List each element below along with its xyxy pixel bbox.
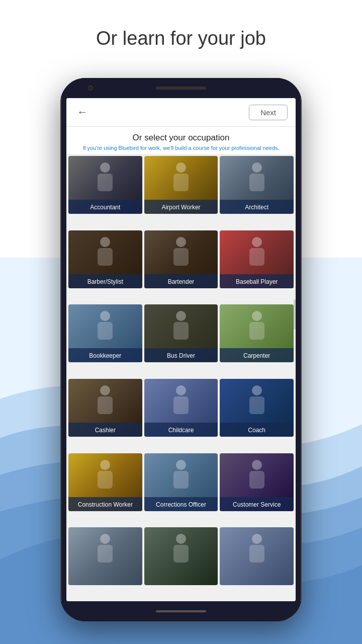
svg-point-17 <box>252 311 262 321</box>
svg-point-3 <box>176 163 186 173</box>
coach-figure <box>242 381 272 417</box>
svg-rect-24 <box>249 396 264 414</box>
svg-rect-16 <box>173 322 189 340</box>
occupation-label-architect: Architect <box>245 204 268 211</box>
phone-screen: ← Next Or select your occupation If you'… <box>66 98 296 601</box>
occupation-card-more3[interactable] <box>220 527 294 585</box>
occupation-label-childcare: Childcare <box>168 427 194 434</box>
phone-speaker <box>156 87 206 90</box>
construction-worker-figure <box>90 456 120 491</box>
svg-point-15 <box>176 311 186 321</box>
occupations-grid: AccountantAirport WorkerArchitectBarber/… <box>66 154 296 601</box>
back-button[interactable]: ← <box>74 104 90 120</box>
svg-rect-8 <box>98 248 113 266</box>
more3-figure <box>242 530 272 565</box>
architect-figure <box>242 158 272 194</box>
phone-mockup: ← Next Or select your occupation If you'… <box>60 78 302 621</box>
svg-point-35 <box>252 534 262 544</box>
svg-point-9 <box>176 237 186 247</box>
svg-rect-18 <box>249 322 264 340</box>
bookkeeper-figure <box>90 307 120 342</box>
occupation-card-cashier[interactable]: Cashier <box>68 379 142 437</box>
svg-point-19 <box>100 385 110 395</box>
svg-rect-12 <box>249 248 264 266</box>
svg-point-33 <box>176 534 186 544</box>
occupation-card-more2[interactable] <box>144 527 218 585</box>
occupation-label-bartender: Bartender <box>168 278 195 285</box>
occupation-card-accountant[interactable]: Accountant <box>68 156 142 214</box>
svg-point-31 <box>100 534 110 544</box>
customer-service-figure <box>242 456 272 491</box>
svg-point-27 <box>176 460 186 470</box>
barber-stylist-figure <box>90 233 120 268</box>
occupation-card-coach[interactable]: Coach <box>220 379 294 437</box>
svg-point-29 <box>252 460 262 470</box>
baseball-player-figure <box>242 233 272 268</box>
svg-rect-30 <box>249 471 264 489</box>
svg-rect-36 <box>249 545 264 562</box>
childcare-figure <box>166 381 196 417</box>
corrections-officer-figure <box>166 456 196 491</box>
scrollbar <box>294 299 296 330</box>
bartender-figure <box>166 233 196 268</box>
svg-rect-28 <box>173 471 189 489</box>
occupation-card-more1[interactable] <box>68 527 142 585</box>
occupation-card-bus-driver[interactable]: Bus Driver <box>144 304 218 362</box>
occupation-card-bartender[interactable]: Bartender <box>144 230 218 288</box>
occupation-label-accountant: Accountant <box>90 204 120 211</box>
svg-rect-10 <box>173 248 189 266</box>
occupation-card-corrections-officer[interactable]: Corrections Officer <box>144 453 218 511</box>
svg-point-5 <box>252 163 262 173</box>
svg-rect-32 <box>98 545 113 562</box>
occupation-label-baseball-player: Baseball Player <box>236 278 278 285</box>
carpenter-figure <box>242 307 272 342</box>
occupation-card-construction-worker[interactable]: Construction Worker <box>68 453 142 511</box>
occupation-card-architect[interactable]: Architect <box>220 156 294 214</box>
occupation-card-airport-worker[interactable]: Airport Worker <box>144 156 218 214</box>
next-button[interactable]: Next <box>249 105 288 120</box>
occupation-label-corrections-officer: Corrections Officer <box>156 501 206 508</box>
svg-point-25 <box>100 460 110 470</box>
occupation-card-customer-service[interactable]: Customer Service <box>220 453 294 511</box>
occupation-label-bookkeeper: Bookkeeper <box>89 352 121 359</box>
occupation-label-coach: Coach <box>248 427 265 434</box>
svg-point-1 <box>100 163 110 173</box>
svg-point-7 <box>100 237 110 247</box>
home-indicator <box>156 610 206 612</box>
svg-point-21 <box>176 385 186 395</box>
occupation-card-childcare[interactable]: Childcare <box>144 379 218 437</box>
svg-rect-2 <box>98 174 113 191</box>
phone-camera <box>88 86 93 91</box>
occupation-label-barber-stylist: Barber/Stylist <box>87 278 123 285</box>
occupation-card-barber-stylist[interactable]: Barber/Stylist <box>68 230 142 288</box>
occupation-label-construction-worker: Construction Worker <box>78 501 133 508</box>
more1-figure <box>90 530 120 565</box>
svg-rect-4 <box>173 174 189 191</box>
svg-rect-22 <box>173 396 189 414</box>
bus-driver-figure <box>166 307 196 342</box>
svg-point-23 <box>252 385 262 395</box>
more2-figure <box>166 530 196 565</box>
cashier-figure <box>90 381 120 417</box>
occupation-label-airport-worker: Airport Worker <box>161 204 200 211</box>
svg-rect-26 <box>98 471 113 489</box>
page-title: Or learn for your job <box>0 0 362 64</box>
occupation-label-bus-driver: Bus Driver <box>167 352 195 359</box>
occupation-card-carpenter[interactable]: Carpenter <box>220 304 294 362</box>
screen-subtitle-area: Or select your occupation If you're usin… <box>66 127 296 154</box>
occupation-label-cashier: Cashier <box>95 427 116 434</box>
occupation-card-baseball-player[interactable]: Baseball Player <box>220 230 294 288</box>
svg-point-13 <box>100 311 110 321</box>
airport-worker-figure <box>166 158 196 194</box>
svg-point-11 <box>252 237 262 247</box>
occupation-description: If you're using Bluebird for work, we'll… <box>74 145 288 151</box>
accountant-figure <box>90 158 120 194</box>
svg-rect-20 <box>98 396 113 414</box>
back-arrow-icon: ← <box>77 106 88 119</box>
occupation-card-bookkeeper[interactable]: Bookkeeper <box>68 304 142 362</box>
svg-rect-34 <box>173 545 189 562</box>
occupation-title: Or select your occupation <box>74 133 288 143</box>
occupation-label-carpenter: Carpenter <box>243 352 270 359</box>
svg-rect-6 <box>249 174 264 191</box>
svg-rect-14 <box>98 322 113 340</box>
